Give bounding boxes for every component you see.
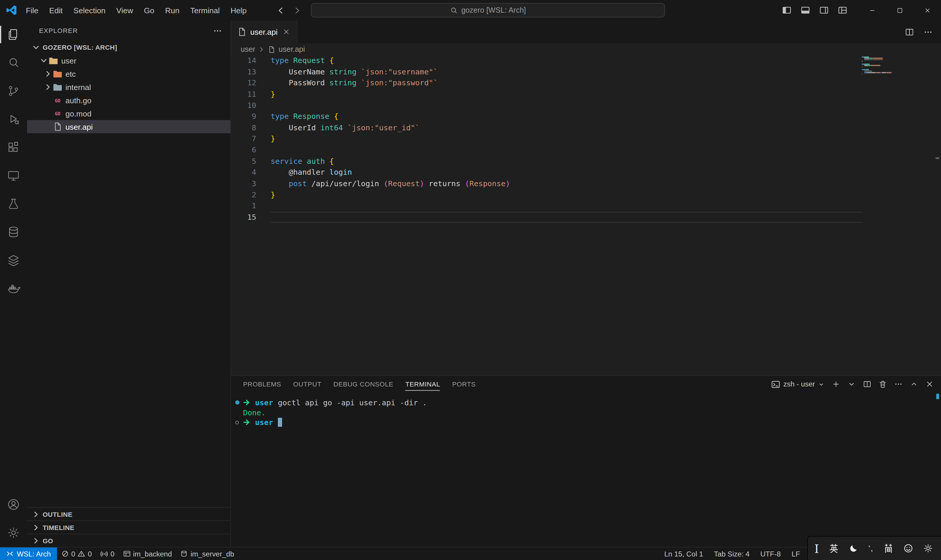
editor-more-actions-icon[interactable] [924,27,933,37]
maximize-panel-icon[interactable] [910,380,918,389]
terminal-output-line: Done. [243,407,941,417]
problems-status[interactable]: 0 0 [57,547,96,560]
toggle-panel-icon[interactable] [800,5,810,15]
new-terminal-icon[interactable] [832,380,840,389]
fullwidth-moon-icon[interactable] [848,543,859,554]
tree-item-go-mod[interactable]: GOgo.mod [27,107,231,120]
connection-im-server-db[interactable]: im_server_db [176,547,238,560]
code-line: 1 [231,201,941,212]
customize-layout-icon[interactable] [838,5,847,15]
testing-icon[interactable] [0,190,27,218]
minimize-button[interactable] [858,0,886,20]
code-editor[interactable]: 14type Request {13 UserName string `json… [231,55,941,375]
broadcast-count: 0 [111,549,115,558]
explorer-icon[interactable] [0,20,27,49]
remote-indicator[interactable]: WSL: Arch [0,547,57,560]
split-terminal-icon[interactable] [863,380,872,389]
toggle-secondary-sidebar-icon[interactable] [819,5,829,15]
tree-item-user[interactable]: user [27,54,231,67]
section-go[interactable]: GO [27,534,231,547]
tree-item-internal[interactable]: internal [27,80,231,94]
database-icon[interactable] [0,218,27,246]
explorer-root-folder[interactable]: GOZERO [WSL: ARCH] [27,41,231,54]
code-line: 15 [231,212,941,223]
split-editor-icon[interactable] [905,27,914,37]
eol-indicator[interactable]: LF [786,549,805,558]
file-file-icon [53,122,63,131]
breadcrumb-file[interactable]: user.api [279,45,305,54]
explorer-more-actions-icon[interactable] [213,26,222,35]
panel-tab-debug-console[interactable]: DEBUG CONSOLE [334,379,394,389]
editor-region: user.api user user.api 14type Request {1… [231,20,941,547]
connection-label: im_backend [133,549,172,558]
command-decoration-prompt[interactable] [235,421,239,425]
section-outline[interactable]: OUTLINE [27,507,231,520]
close-panel-icon[interactable] [926,380,934,389]
tab-user-api[interactable]: user.api [231,20,298,43]
panel-tab-output[interactable]: OUTPUT [293,379,321,389]
connection-im-backend[interactable]: im_backend [119,547,176,560]
breadcrumb-folder[interactable]: user [241,45,255,54]
menu-selection[interactable]: Selection [68,0,111,20]
account-icon[interactable] [0,490,27,518]
docker-icon[interactable] [0,274,27,303]
code-line: 7} [231,134,941,145]
minimap[interactable] [862,57,895,78]
tab-close-icon[interactable] [281,27,291,37]
kill-terminal-icon[interactable] [879,380,887,389]
ime-settings-icon[interactable] [923,543,933,554]
source-control-icon[interactable] [0,77,27,105]
terminal-selector[interactable]: zsh - user [771,380,824,389]
cursor-position[interactable]: Ln 15, Col 1 [659,549,709,558]
back-arrow-icon[interactable] [276,6,285,15]
close-button[interactable] [913,0,941,20]
search-icon[interactable] [0,49,27,77]
tab-label: user.api [250,27,278,37]
panel-tab-problems[interactable]: PROBLEMS [243,379,281,389]
broadcast-status[interactable]: 0 [96,547,119,560]
tree-item-auth-go[interactable]: GOauth.go [27,94,231,107]
tree-item-etc[interactable]: etc [27,67,231,81]
menu-help[interactable]: Help [225,0,252,20]
section-label: GO [43,537,53,544]
remote-icon [6,550,14,558]
terminal-output[interactable]: usergoctl api go -api user.api -dir .Don… [231,393,941,547]
menu-terminal[interactable]: Terminal [185,0,225,20]
punctuation-mode-icon[interactable]: ’, [868,544,873,553]
tab-size-indicator[interactable]: Tab Size: 4 [709,549,755,558]
menu-view[interactable]: View [111,0,138,20]
command-center-search[interactable]: gozero [WSL: Arch] [311,3,665,17]
code-text: post /api/user/login (Request) returns (… [271,178,510,189]
terminal-command-text: goctl api go -api user.api -dir . [278,398,427,407]
encoding-indicator[interactable]: UTF-8 [755,549,786,558]
menu-edit[interactable]: Edit [44,0,68,20]
panel-more-actions-icon[interactable] [894,380,903,389]
code-text: type Response { [271,111,338,122]
line-number: 7 [231,134,257,145]
warnings-icon [78,550,86,558]
toggle-sidebar-icon[interactable] [782,5,792,15]
panel-tab-ports[interactable]: PORTS [452,379,476,389]
menu-go[interactable]: Go [138,0,160,20]
maximize-button[interactable] [886,0,913,20]
simplified-chinese-icon[interactable] [883,543,893,554]
section-timeline[interactable]: TIMELINE [27,520,231,534]
panel-tab-terminal[interactable]: TERMINAL [405,379,440,389]
layers-icon[interactable] [0,246,27,274]
forward-arrow-icon[interactable] [293,6,302,15]
settings-gear-icon[interactable] [0,518,27,547]
run-debug-icon[interactable] [0,105,27,133]
english-mode-icon[interactable] [829,543,839,554]
terminal-dropdown-icon[interactable] [847,380,856,389]
code-line: 12 PassWord string `json:"password"` [231,78,941,89]
remote-explorer-icon[interactable] [0,162,27,190]
command-decoration-success[interactable] [235,400,239,405]
menu-run[interactable]: Run [160,0,185,20]
menu-file[interactable]: File [20,0,43,20]
line-number: 8 [231,122,257,134]
tree-item-user-api[interactable]: user.api [27,120,231,133]
code-text: type Request { [271,55,334,66]
code-line: 10 [231,100,941,111]
extensions-icon[interactable] [0,133,27,162]
emoji-icon[interactable] [903,543,913,554]
